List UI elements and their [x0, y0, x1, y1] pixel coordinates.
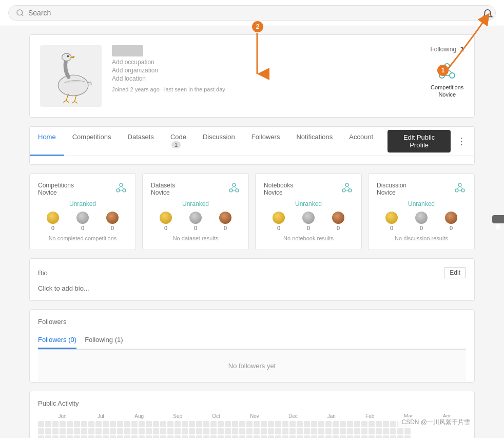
search-input[interactable]: [28, 9, 488, 17]
activity-day: [254, 435, 260, 438]
activity-day: [189, 435, 195, 438]
month-jan: Jan: [312, 413, 351, 419]
activity-week: [203, 421, 209, 438]
activity-day: [52, 421, 59, 427]
activity-day: [239, 435, 245, 438]
activity-day: [153, 428, 159, 434]
stats-grid: CompetitionsNovice Unranked 0: [29, 173, 475, 250]
competitions-novice-text: CompetitionsNovice: [431, 84, 463, 99]
activity-day: [340, 428, 346, 434]
svg-line-21: [234, 186, 237, 189]
svg-line-20: [231, 186, 234, 189]
activity-day: [117, 435, 123, 438]
activity-week: [38, 421, 44, 438]
activity-day: [45, 428, 51, 434]
add-organization[interactable]: Add organization: [112, 67, 420, 74]
activity-day: [268, 421, 274, 427]
activity-day: [333, 435, 339, 438]
activity-day: [95, 421, 102, 427]
activity-title: Public Activity: [38, 399, 466, 407]
notebooks-stat-icon: [341, 182, 353, 194]
side-panel[interactable]: 关注公众号: [492, 215, 504, 223]
activity-day: [361, 428, 367, 434]
activity-day: [397, 435, 403, 438]
activity-week: [60, 421, 66, 438]
more-options-button[interactable]: ⋮: [455, 134, 468, 149]
svg-point-2: [58, 75, 88, 96]
svg-point-23: [345, 183, 348, 186]
tab-datasets[interactable]: Datasets: [120, 127, 162, 156]
followers-title: Followers: [38, 318, 466, 326]
medal-bronze-datasets: 0: [219, 212, 231, 231]
activity-day: [376, 435, 382, 438]
activity-day: [124, 435, 130, 438]
svg-line-26: [344, 186, 347, 189]
activity-day: [52, 428, 59, 434]
svg-line-14: [118, 186, 121, 189]
tab-code[interactable]: Code 1: [162, 127, 195, 156]
activity-day: [88, 428, 94, 434]
edit-profile-button[interactable]: Edit Public Profile: [387, 130, 451, 153]
bio-placeholder[interactable]: Click to add bio...: [38, 284, 466, 292]
activity-week: [139, 421, 145, 438]
bell-icon[interactable]: [482, 9, 493, 20]
activity-day: [225, 435, 231, 438]
activity-week: [182, 421, 188, 438]
add-occupation[interactable]: Add occupation: [112, 59, 420, 66]
activity-day: [261, 435, 267, 438]
activity-week: [297, 421, 303, 438]
tab-notifications[interactable]: Notifications: [288, 127, 341, 156]
month-feb: Feb: [351, 413, 389, 419]
svg-point-18: [229, 189, 232, 192]
tab-discussion[interactable]: Discussion: [195, 127, 243, 156]
activity-week: [246, 421, 253, 438]
activity-day: [376, 421, 382, 427]
activity-day: [95, 428, 102, 434]
activity-day: [110, 435, 116, 438]
hub-icon: [437, 61, 457, 82]
add-location[interactable]: Add location: [112, 75, 420, 82]
followers-tab-following[interactable]: Following (1): [85, 332, 123, 349]
activity-day: [282, 428, 288, 434]
activity-week: [175, 421, 181, 438]
activity-week: [153, 421, 159, 438]
activity-day: [203, 421, 209, 427]
activity-week: [318, 421, 324, 438]
activity-week: [74, 421, 80, 438]
svg-point-17: [232, 183, 236, 186]
activity-day: [139, 428, 145, 434]
activity-week: [239, 421, 245, 438]
activity-day: [340, 435, 346, 438]
bio-edit-button[interactable]: Edit: [444, 267, 466, 278]
activity-day: [311, 428, 317, 434]
medal-bronze-discussion: 0: [445, 212, 457, 231]
profile-info: ....g.... Add occupation Add organizatio…: [112, 45, 420, 92]
activity-day: [232, 435, 238, 438]
activity-day: [167, 435, 173, 438]
tab-account[interactable]: Account: [341, 127, 381, 156]
activity-day: [124, 421, 130, 427]
tab-home[interactable]: Home: [30, 127, 64, 156]
month-dec: Dec: [274, 413, 312, 419]
stat-rank-competitions: Unranked: [38, 200, 127, 207]
activity-day: [45, 421, 51, 427]
followers-section: Followers Followers (0) Following (1) No…: [29, 309, 475, 383]
followers-tab-followers[interactable]: Followers (0): [38, 332, 76, 349]
stat-card-discussion: DiscussionNovice Unranked 0: [368, 173, 475, 250]
medal-gold-notebooks: 0: [273, 212, 285, 231]
activity-day: [95, 435, 102, 438]
tab-competitions[interactable]: Competitions: [64, 127, 120, 156]
activity-day: [182, 421, 188, 427]
activity-week: [268, 421, 274, 438]
activity-week: [254, 421, 260, 438]
no-followers-text: No followers yet: [38, 349, 466, 382]
tab-followers[interactable]: Followers: [243, 127, 288, 156]
activity-day: [74, 435, 80, 438]
followers-tabs: Followers (0) Following (1): [38, 332, 466, 349]
activity-week: [218, 421, 224, 438]
activity-week: [311, 421, 317, 438]
medal-gold-competitions: 0: [47, 212, 59, 231]
activity-day: [232, 428, 238, 434]
stat-title-notebooks: NotebooksNovice: [264, 182, 293, 196]
activity-day: [167, 428, 173, 434]
